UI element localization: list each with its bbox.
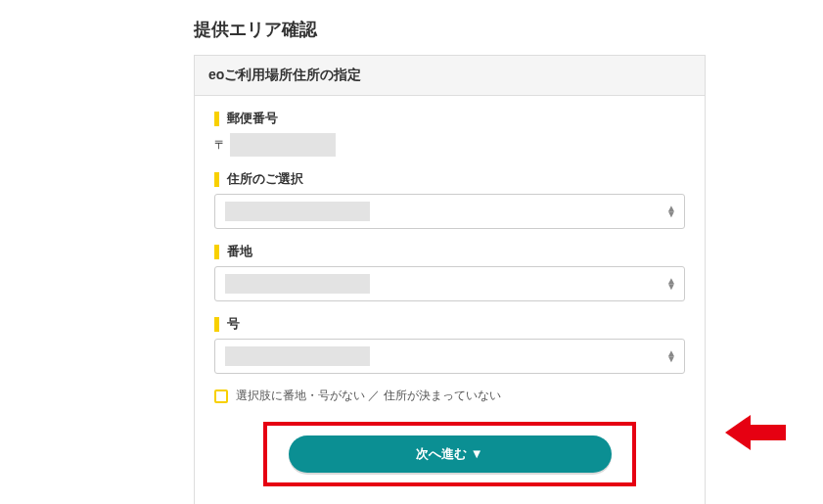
postal-prefix: 〒 bbox=[214, 137, 226, 154]
page-title: 提供エリア確認 bbox=[194, 18, 706, 41]
marker-icon bbox=[214, 245, 219, 259]
checkbox-label: 選択肢に番地・号がない ／ 住所が決まっていない bbox=[236, 388, 501, 404]
arrow-left-icon bbox=[725, 413, 786, 452]
postal-label-text: 郵便番号 bbox=[227, 110, 278, 127]
gou-field: 号 ▲▼ bbox=[214, 315, 685, 374]
next-button[interactable]: 次へ進む ▼ bbox=[289, 435, 612, 473]
banchi-select-value bbox=[225, 274, 370, 294]
marker-icon bbox=[214, 317, 219, 332]
marker-icon bbox=[214, 172, 219, 187]
address-select[interactable] bbox=[214, 194, 685, 229]
no-banchi-checkbox-row[interactable]: 選択肢に番地・号がない ／ 住所が決まっていない bbox=[214, 388, 685, 404]
address-field: 住所のご選択 ▲▼ bbox=[214, 170, 685, 229]
address-label-text: 住所のご選択 bbox=[227, 170, 303, 188]
checkbox-icon bbox=[214, 389, 228, 403]
gou-label-text: 号 bbox=[227, 315, 240, 333]
card-heading: eoご利用場所住所の指定 bbox=[195, 56, 705, 96]
address-card: eoご利用場所住所の指定 郵便番号 〒 住所のご選択 bbox=[194, 55, 706, 504]
chevron-updown-icon: ▲▼ bbox=[666, 206, 676, 217]
highlight-box: 次へ進む ▼ bbox=[263, 422, 636, 486]
gou-select-value bbox=[225, 346, 370, 366]
next-button-label: 次へ進む ▼ bbox=[416, 445, 482, 463]
postal-label: 郵便番号 bbox=[214, 110, 685, 127]
gou-label: 号 bbox=[214, 315, 685, 333]
banchi-select[interactable] bbox=[214, 266, 685, 301]
banchi-field: 番地 ▲▼ bbox=[214, 243, 685, 301]
postal-input[interactable] bbox=[230, 133, 336, 157]
banchi-label-text: 番地 bbox=[227, 243, 252, 260]
gou-select[interactable] bbox=[214, 339, 685, 374]
marker-icon bbox=[214, 112, 219, 126]
postal-field: 郵便番号 〒 bbox=[214, 110, 685, 157]
chevron-updown-icon: ▲▼ bbox=[666, 278, 676, 290]
svg-marker-0 bbox=[725, 415, 786, 450]
chevron-updown-icon: ▲▼ bbox=[666, 350, 676, 362]
address-label: 住所のご選択 bbox=[214, 170, 685, 188]
banchi-label: 番地 bbox=[214, 243, 685, 260]
address-select-value bbox=[225, 202, 370, 221]
